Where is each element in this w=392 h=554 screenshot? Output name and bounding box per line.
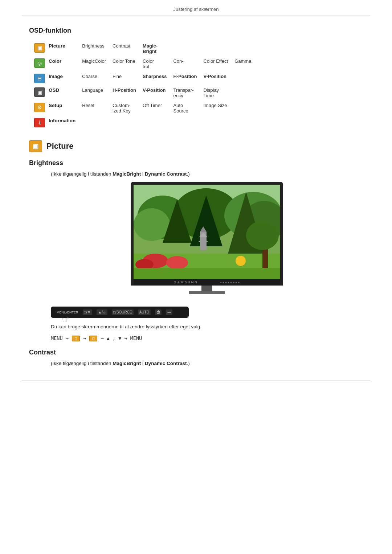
table-row: ▣ Picture Brightness Contrast Magic-Brig…	[33, 41, 256, 56]
information-label: Information	[47, 116, 81, 130]
monitor-foot	[189, 291, 225, 294]
monitor-neck	[201, 286, 212, 291]
monitor-outer: SAMSUNG ● ■ ■ ■ ■ ■ ■ ■	[131, 182, 283, 286]
osd-section-heading: OSD-funktion	[29, 27, 363, 34]
picture-sub3: Magic-Bright	[141, 41, 172, 56]
ctrl-btn4: AUTO	[138, 309, 151, 315]
osd-icon-cell: ▣	[33, 85, 47, 100]
osd-sub5: DisplayTime	[202, 85, 233, 100]
table-row: ▣ OSD Language H-Position V-Position Tra…	[33, 85, 256, 100]
setup-icon: ⚙	[34, 103, 45, 112]
setup-sub2: Custom-ized Key	[111, 100, 141, 116]
monitor-bottom-bar: SAMSUNG ● ■ ■ ■ ■ ■ ■ ■	[134, 279, 280, 286]
contrast-note-mid: i	[141, 361, 145, 366]
ctrl-btn6: —	[166, 309, 172, 315]
ctrl-btn1: □/▼	[83, 309, 93, 315]
ctrl-btn5: ⏻	[155, 309, 162, 315]
color-sub4: Con-	[172, 56, 202, 71]
image-label: Image	[47, 71, 81, 85]
top-divider	[22, 16, 370, 16]
picture-icon-cell: ▣	[33, 41, 47, 56]
color-icon-cell: ◎	[33, 56, 47, 71]
hand-cursor-icon: ☞	[61, 314, 71, 325]
osd-sub4: Transpar-ency	[172, 85, 202, 100]
color-sub6: Gamma	[233, 56, 256, 71]
color-sub1: MagicColor	[81, 56, 111, 71]
color-sub2: Color Tone	[111, 56, 141, 71]
image-sub4: H-Position	[172, 71, 202, 85]
color-sub3: Colortrol	[141, 56, 172, 71]
picture-sub1: Brightness	[81, 41, 111, 56]
note-bold1: MagicBright	[113, 171, 141, 177]
table-row: ⊟ Image Coarse Fine Sharpness H-Position…	[33, 71, 256, 85]
picture-section-heading: Picture	[46, 141, 74, 151]
contrast-note: (Ikke tilgængelig i tilstanden MagicBrig…	[51, 361, 363, 366]
osd-label: OSD	[47, 85, 81, 100]
color-label: Color	[47, 56, 81, 71]
brightness-description: Du kan bruge skærmmenuerne til at ændre …	[51, 323, 363, 331]
note-bold2: Dynamic Contrast	[145, 171, 187, 177]
menu-icon1: □	[72, 336, 80, 341]
garden-scene	[134, 185, 280, 279]
contrast-note-bold2: Dynamic Contrast	[145, 361, 187, 366]
setup-sub5: Image Size	[202, 100, 233, 116]
color-sub5: Color Effect	[202, 56, 233, 71]
picture-sub2: Contrast	[111, 41, 141, 56]
brightness-note: (Ikke tilgængelig i tilstanden MagicBrig…	[51, 171, 363, 177]
osd-icon: ▣	[34, 87, 45, 97]
monitor-screen	[134, 185, 280, 279]
osd-sub2: H-Position	[111, 85, 141, 100]
osd-sub3: V-Position	[141, 85, 172, 100]
menu-icon2: □	[89, 336, 97, 341]
image-sub5: V-Position	[202, 71, 233, 85]
ctrl-btn2: ▲/☼	[97, 309, 107, 315]
information-icon-cell: ℹ	[33, 116, 47, 130]
setup-sub4: AutoSource	[172, 100, 202, 116]
samsung-logo: SAMSUNG	[174, 280, 199, 284]
picture-section-icon: ▣	[29, 140, 42, 152]
menu-label: MENU/ENTER	[57, 311, 78, 314]
picture-label: Picture	[47, 41, 81, 56]
image-sub2: Fine	[111, 71, 141, 85]
svg-point-16	[166, 256, 188, 269]
ctrl-btn3: □/SOURCE	[112, 309, 134, 315]
monitor-container: SAMSUNG ● ■ ■ ■ ■ ■ ■ ■	[51, 182, 363, 294]
color-icon: ◎	[34, 58, 45, 68]
contrast-note-prefix: (Ikke tilgængelig i tilstanden	[51, 361, 113, 366]
menu-path: MENU → □ → □ → ▲ , ▼ → MENU	[51, 335, 363, 341]
svg-point-18	[236, 256, 246, 266]
setup-sub3: Off Timer	[141, 100, 172, 116]
picture-icon: ▣	[34, 43, 45, 53]
image-sub3: Sharpness	[141, 71, 172, 85]
note-mid: i	[141, 171, 145, 177]
contrast-note-bold1: MagicBright	[113, 361, 141, 366]
svg-point-20	[246, 221, 279, 250]
setup-sub1: Reset	[81, 100, 111, 116]
image-icon: ⊟	[34, 74, 45, 83]
information-icon: ℹ	[34, 118, 45, 127]
picture-section-header: ▣ Picture	[29, 140, 363, 152]
contrast-note-end: .)	[187, 361, 189, 366]
image-icon-cell: ⊟	[33, 71, 47, 85]
control-panel: MENU/ENTER □/▼ ▲/☼ □/SOURCE AUTO ⏻ — ☞	[51, 307, 189, 318]
setup-icon-cell: ⚙	[33, 100, 47, 116]
note-prefix: (Ikke tilgængelig i tilstanden	[51, 171, 113, 177]
bottom-divider	[22, 381, 370, 381]
svg-rect-21	[134, 268, 280, 279]
table-row: ⚙ Setup Reset Custom-ized Key Off Timer …	[33, 100, 256, 116]
table-row: ◎ Color MagicColor Color Tone Colortrol …	[33, 56, 256, 71]
osd-table: ▣ Picture Brightness Contrast Magic-Brig…	[33, 41, 256, 130]
setup-label: Setup	[47, 100, 81, 116]
contrast-heading: Contrast	[29, 349, 363, 356]
brightness-heading: Brightness	[29, 159, 363, 167]
page-title: Justering af skærmen	[0, 0, 392, 16]
note-end: .)	[187, 171, 189, 177]
table-row: ℹ Information	[33, 116, 256, 130]
osd-sub1: Language	[81, 85, 111, 100]
image-sub1: Coarse	[81, 71, 111, 85]
svg-point-5	[134, 208, 170, 241]
